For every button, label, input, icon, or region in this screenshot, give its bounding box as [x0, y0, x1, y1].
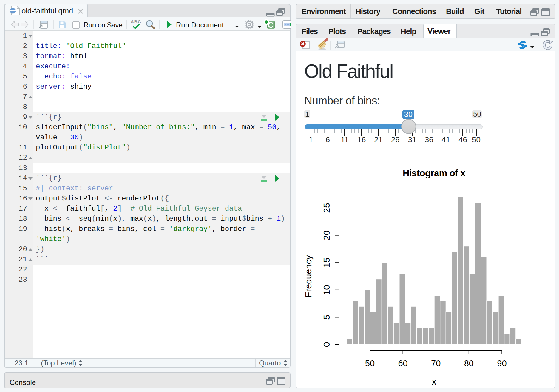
svg-text:Histogram of x: Histogram of x	[403, 168, 466, 178]
svg-text:Frequency: Frequency	[303, 255, 313, 297]
svg-text:70: 70	[431, 359, 441, 368]
svg-text:15: 15	[322, 258, 331, 268]
svg-text:90: 90	[497, 359, 507, 368]
svg-text:0: 0	[322, 342, 331, 347]
svg-text:x: x	[432, 377, 436, 386]
svg-text:10: 10	[322, 285, 331, 295]
svg-text:50: 50	[365, 359, 375, 368]
svg-text:60: 60	[398, 359, 407, 368]
svg-text:80: 80	[464, 359, 474, 368]
svg-text:20: 20	[322, 230, 331, 240]
svg-text:5: 5	[322, 315, 331, 320]
svg-text:25: 25	[322, 203, 331, 213]
